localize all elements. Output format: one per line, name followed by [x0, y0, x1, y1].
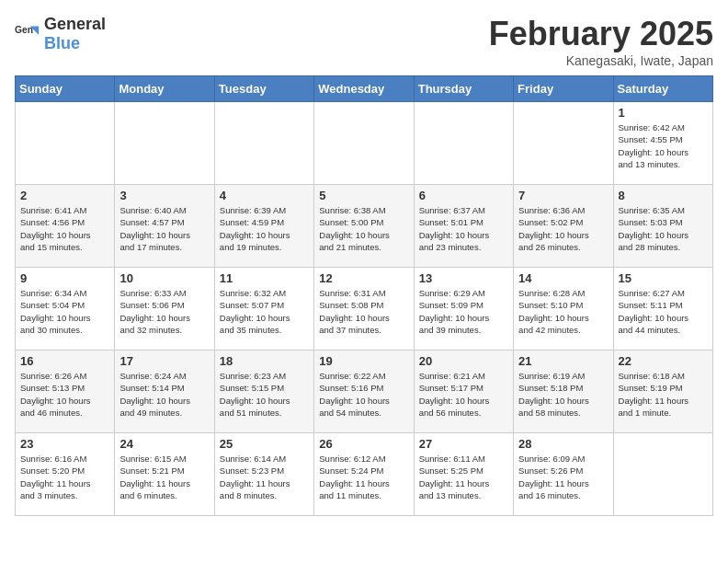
day-of-week-header: Friday — [514, 76, 613, 102]
calendar-cell: 11Sunrise: 6:32 AM Sunset: 5:07 PM Dayli… — [214, 268, 313, 350]
day-info: Sunrise: 6:09 AM Sunset: 5:26 PM Dayligh… — [518, 453, 608, 501]
day-info: Sunrise: 6:15 AM Sunset: 5:21 PM Dayligh… — [119, 453, 209, 501]
calendar-cell: 14Sunrise: 6:28 AM Sunset: 5:10 PM Dayli… — [514, 268, 613, 350]
day-number: 15 — [619, 271, 708, 285]
calendar-cell: 12Sunrise: 6:31 AM Sunset: 5:08 PM Dayli… — [314, 268, 414, 350]
day-number: 10 — [119, 271, 209, 285]
day-info: Sunrise: 6:14 AM Sunset: 5:23 PM Dayligh… — [220, 453, 309, 501]
day-number: 8 — [619, 189, 708, 202]
calendar-cell: 16Sunrise: 6:26 AM Sunset: 5:13 PM Dayli… — [16, 350, 115, 433]
calendar-cell: 25Sunrise: 6:14 AM Sunset: 5:23 PM Dayli… — [214, 433, 313, 516]
day-info: Sunrise: 6:29 AM Sunset: 5:09 PM Dayligh… — [419, 287, 508, 336]
day-number: 26 — [319, 437, 408, 451]
calendar-cell: 17Sunrise: 6:24 AM Sunset: 5:14 PM Dayli… — [115, 350, 214, 433]
day-number: 28 — [518, 437, 608, 451]
day-info: Sunrise: 6:42 AM Sunset: 4:55 PM Dayligh… — [619, 121, 708, 170]
calendar-cell — [314, 102, 414, 185]
calendar-cell: 1Sunrise: 6:42 AM Sunset: 4:55 PM Daylig… — [613, 102, 712, 185]
day-of-week-header: Saturday — [613, 76, 712, 102]
calendar-cell: 19Sunrise: 6:22 AM Sunset: 5:16 PM Dayli… — [314, 350, 414, 433]
calendar-cell: 9Sunrise: 6:34 AM Sunset: 5:04 PM Daylig… — [16, 268, 115, 350]
title-area: February 2025 Kanegasaki, Iwate, Japan — [489, 15, 713, 68]
day-info: Sunrise: 6:27 AM Sunset: 5:11 PM Dayligh… — [619, 287, 708, 336]
day-number: 1 — [619, 106, 708, 120]
day-info: Sunrise: 6:18 AM Sunset: 5:19 PM Dayligh… — [619, 370, 708, 419]
day-info: Sunrise: 6:28 AM Sunset: 5:10 PM Dayligh… — [518, 287, 608, 336]
calendar-cell — [514, 102, 613, 185]
calendar-cell: 18Sunrise: 6:23 AM Sunset: 5:15 PM Dayli… — [214, 350, 313, 433]
day-info: Sunrise: 6:16 AM Sunset: 5:20 PM Dayligh… — [20, 453, 109, 501]
day-number: 18 — [220, 354, 309, 368]
day-info: Sunrise: 6:38 AM Sunset: 5:00 PM Dayligh… — [319, 204, 408, 253]
logo-blue-text: Blue — [44, 34, 80, 52]
day-info: Sunrise: 6:35 AM Sunset: 5:03 PM Dayligh… — [619, 204, 708, 253]
day-info: Sunrise: 6:39 AM Sunset: 4:59 PM Dayligh… — [220, 204, 309, 253]
day-info: Sunrise: 6:22 AM Sunset: 5:16 PM Dayligh… — [319, 370, 408, 419]
day-info: Sunrise: 6:36 AM Sunset: 5:02 PM Dayligh… — [518, 204, 608, 253]
day-info: Sunrise: 6:12 AM Sunset: 5:24 PM Dayligh… — [319, 453, 408, 501]
logo-general-text: General — [44, 15, 106, 33]
day-info: Sunrise: 6:37 AM Sunset: 5:01 PM Dayligh… — [419, 204, 508, 253]
day-info: Sunrise: 6:23 AM Sunset: 5:15 PM Dayligh… — [220, 370, 309, 419]
calendar-cell: 23Sunrise: 6:16 AM Sunset: 5:20 PM Dayli… — [16, 433, 115, 516]
day-info: Sunrise: 6:40 AM Sunset: 4:57 PM Dayligh… — [119, 204, 209, 253]
calendar-cell: 5Sunrise: 6:38 AM Sunset: 5:00 PM Daylig… — [314, 185, 414, 268]
day-of-week-header: Sunday — [16, 76, 115, 102]
day-number: 20 — [419, 354, 508, 368]
day-of-week-header: Wednesday — [314, 76, 414, 102]
day-number: 17 — [119, 354, 209, 368]
header: Gen General Blue February 2025 Kanegasak… — [15, 15, 713, 68]
calendar-cell — [115, 102, 214, 185]
calendar-cell: 13Sunrise: 6:29 AM Sunset: 5:09 PM Dayli… — [414, 268, 513, 350]
calendar-cell: 7Sunrise: 6:36 AM Sunset: 5:02 PM Daylig… — [514, 185, 613, 268]
day-info: Sunrise: 6:24 AM Sunset: 5:14 PM Dayligh… — [119, 370, 209, 419]
day-info: Sunrise: 6:41 AM Sunset: 4:56 PM Dayligh… — [20, 204, 109, 253]
day-number: 2 — [20, 189, 109, 202]
day-number: 14 — [518, 271, 608, 285]
calendar-cell: 6Sunrise: 6:37 AM Sunset: 5:01 PM Daylig… — [414, 185, 513, 268]
day-number: 3 — [119, 189, 209, 202]
day-info: Sunrise: 6:21 AM Sunset: 5:17 PM Dayligh… — [419, 370, 508, 419]
day-number: 7 — [518, 189, 608, 202]
day-number: 13 — [419, 271, 508, 285]
day-number: 6 — [419, 189, 508, 202]
calendar-cell: 22Sunrise: 6:18 AM Sunset: 5:19 PM Dayli… — [613, 350, 712, 433]
day-number: 5 — [319, 189, 408, 202]
day-of-week-header: Tuesday — [214, 76, 313, 102]
day-number: 27 — [419, 437, 508, 451]
day-number: 25 — [220, 437, 309, 451]
day-info: Sunrise: 6:31 AM Sunset: 5:08 PM Dayligh… — [319, 287, 408, 336]
calendar-cell — [16, 102, 115, 185]
day-info: Sunrise: 6:26 AM Sunset: 5:13 PM Dayligh… — [20, 370, 109, 419]
day-number: 21 — [518, 354, 608, 368]
calendar-cell: 21Sunrise: 6:19 AM Sunset: 5:18 PM Dayli… — [514, 350, 613, 433]
calendar-cell — [214, 102, 313, 185]
day-number: 22 — [619, 354, 708, 368]
calendar-body: 1Sunrise: 6:42 AM Sunset: 4:55 PM Daylig… — [16, 102, 713, 516]
calendar-table: SundayMondayTuesdayWednesdayThursdayFrid… — [15, 75, 713, 516]
day-info: Sunrise: 6:33 AM Sunset: 5:06 PM Dayligh… — [119, 287, 209, 336]
day-of-week-header: Monday — [115, 76, 214, 102]
calendar-cell: 28Sunrise: 6:09 AM Sunset: 5:26 PM Dayli… — [514, 433, 613, 516]
day-number: 9 — [20, 271, 109, 285]
logo: Gen General Blue — [15, 15, 106, 53]
calendar-title: February 2025 — [489, 15, 713, 53]
day-number: 24 — [119, 437, 209, 451]
calendar-subtitle: Kanegasaki, Iwate, Japan — [489, 53, 713, 68]
day-number: 16 — [20, 354, 109, 368]
day-number: 23 — [20, 437, 109, 451]
calendar-cell: 27Sunrise: 6:11 AM Sunset: 5:25 PM Dayli… — [414, 433, 513, 516]
day-number: 11 — [220, 271, 309, 285]
calendar-cell: 4Sunrise: 6:39 AM Sunset: 4:59 PM Daylig… — [214, 185, 313, 268]
calendar-cell: 26Sunrise: 6:12 AM Sunset: 5:24 PM Dayli… — [314, 433, 414, 516]
day-number: 12 — [319, 271, 408, 285]
day-info: Sunrise: 6:32 AM Sunset: 5:07 PM Dayligh… — [220, 287, 309, 336]
calendar-cell — [414, 102, 513, 185]
day-info: Sunrise: 6:34 AM Sunset: 5:04 PM Dayligh… — [20, 287, 109, 336]
day-info: Sunrise: 6:11 AM Sunset: 5:25 PM Dayligh… — [419, 453, 508, 501]
calendar-cell: 8Sunrise: 6:35 AM Sunset: 5:03 PM Daylig… — [613, 185, 712, 268]
day-of-week-header: Thursday — [414, 76, 513, 102]
calendar-cell: 3Sunrise: 6:40 AM Sunset: 4:57 PM Daylig… — [115, 185, 214, 268]
calendar-cell: 24Sunrise: 6:15 AM Sunset: 5:21 PM Dayli… — [115, 433, 214, 516]
calendar-cell: 10Sunrise: 6:33 AM Sunset: 5:06 PM Dayli… — [115, 268, 214, 350]
